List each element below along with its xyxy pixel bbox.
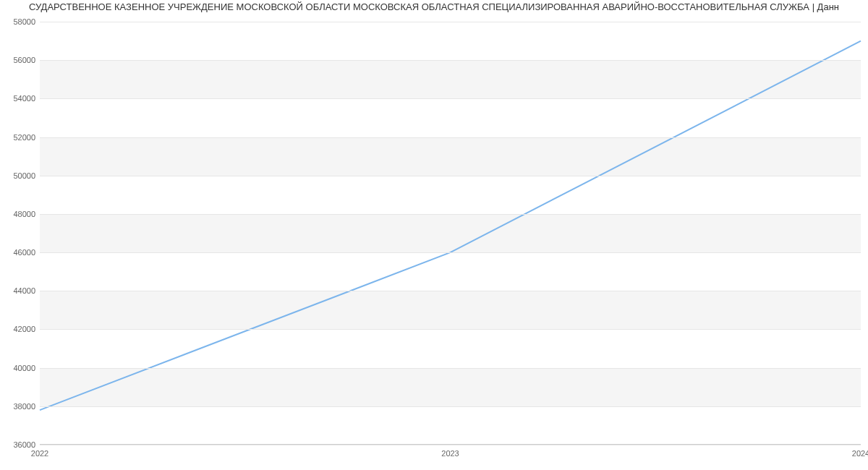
y-tick-label: 50000	[13, 171, 35, 180]
y-tick-label: 52000	[13, 133, 35, 142]
grid-line	[40, 252, 861, 253]
grid-line	[40, 60, 861, 61]
y-tick-label: 54000	[13, 94, 35, 103]
grid-line	[40, 22, 861, 22]
x-tick-label: 2022	[31, 449, 48, 458]
x-tick-label: 2024	[852, 449, 868, 458]
y-tick-label: 44000	[13, 286, 35, 295]
grid-line	[40, 368, 861, 369]
grid-line	[40, 329, 861, 330]
grid-line	[40, 137, 861, 138]
line-series	[40, 22, 861, 445]
plot-area: 3600038000400004200044000460004800050000…	[40, 22, 861, 445]
grid-line	[40, 98, 861, 99]
y-tick-label: 40000	[13, 364, 35, 372]
y-tick-label: 42000	[13, 325, 35, 333]
grid-line	[40, 214, 861, 215]
chart-container: СУДАРСТВЕННОЕ КАЗЕННОЕ УЧРЕЖДЕНИЕ МОСКОВ…	[0, 0, 868, 470]
y-tick-label: 56000	[13, 56, 35, 64]
grid-line	[40, 445, 861, 445]
chart-title: СУДАРСТВЕННОЕ КАЗЕННОЕ УЧРЕЖДЕНИЕ МОСКОВ…	[0, 1, 868, 12]
y-tick-label: 36000	[13, 440, 35, 449]
x-tick-label: 2023	[441, 449, 459, 458]
y-tick-label: 58000	[13, 17, 35, 26]
grid-line	[40, 176, 861, 176]
y-tick-label: 48000	[13, 210, 35, 218]
y-tick-label: 46000	[13, 248, 35, 257]
y-tick-label: 38000	[13, 402, 35, 411]
grid-line	[40, 406, 861, 407]
grid-line	[40, 291, 861, 291]
